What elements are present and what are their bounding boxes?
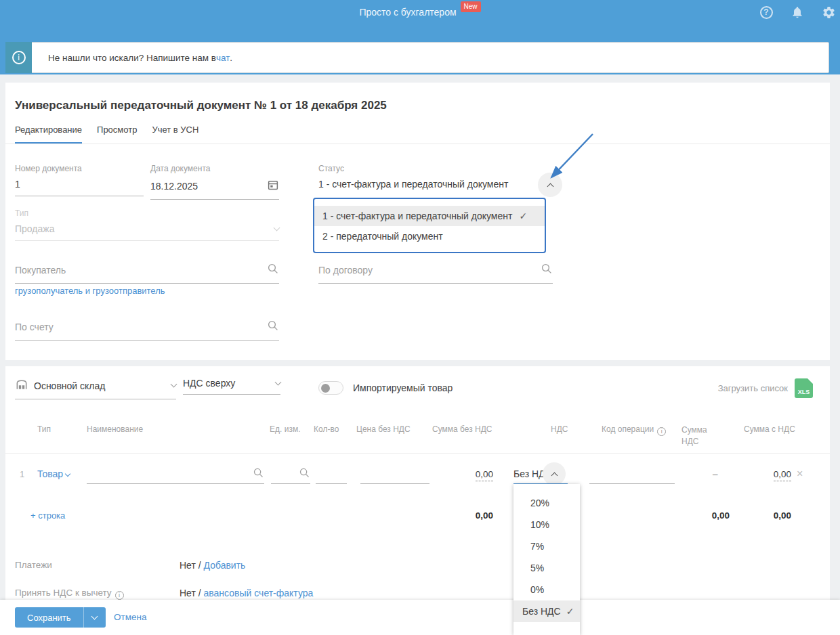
row-sum-no-vat[interactable]: 0,00 xyxy=(461,469,493,479)
name-input[interactable] xyxy=(87,464,264,484)
search-icon[interactable] xyxy=(541,263,553,277)
header-divider xyxy=(5,453,830,454)
info-icon[interactable]: i xyxy=(657,427,666,436)
vat-mode-value: НДС сверху xyxy=(183,378,270,389)
add-row-link[interactable]: + строка xyxy=(30,510,65,521)
buyer-placeholder[interactable]: Покупатель xyxy=(15,265,267,276)
type-value: Продажа xyxy=(15,223,274,234)
status-field[interactable]: Статус 1 - счет-фактура и передаточный д… xyxy=(318,164,551,196)
save-options-button[interactable] xyxy=(83,607,106,628)
invoice-field[interactable]: По счету xyxy=(15,320,279,341)
help-icon[interactable]: ? xyxy=(759,5,774,20)
delete-row-icon[interactable]: × xyxy=(797,468,803,479)
xls-file-icon[interactable]: XLS xyxy=(795,378,813,398)
document-number-field[interactable]: Номер документа 1 xyxy=(15,164,144,196)
row-index: 1 xyxy=(20,469,24,479)
search-icon[interactable] xyxy=(253,467,264,481)
col-header-opcode: Код операцииi xyxy=(602,424,666,436)
calendar-icon[interactable] xyxy=(267,179,279,193)
col-header-name: Наименование xyxy=(87,424,143,434)
items-card: Основной склад НДС сверху Импортируемый … xyxy=(5,366,830,635)
topbar-icons: ? xyxy=(759,5,836,20)
row-total[interactable]: 0,00 xyxy=(759,469,791,479)
vat-option-20[interactable]: 20% xyxy=(513,492,580,514)
payments-value: Нет / Добавить xyxy=(180,560,245,571)
col-header-qty: Кол-во xyxy=(314,424,339,434)
chevron-down-icon xyxy=(91,613,98,619)
col-header-type: Тип xyxy=(37,424,51,434)
vat-option-7[interactable]: 7% xyxy=(513,535,580,557)
status-collapse-button[interactable] xyxy=(538,173,562,197)
buyer-field[interactable]: Покупатель xyxy=(15,263,279,284)
col-header-unit: Ед. изм. xyxy=(270,424,300,434)
check-icon: ✓ xyxy=(566,606,574,617)
notifications-bell-icon[interactable] xyxy=(790,5,805,20)
search-icon[interactable] xyxy=(267,320,279,334)
check-icon: ✓ xyxy=(519,211,527,221)
info-banner-text: Не нашли что искали? Напишите нам в чат … xyxy=(32,43,828,72)
info-banner: i Не нашли что искали? Напишите нам в ча… xyxy=(5,42,829,73)
consignee-link[interactable]: грузополучатель и грузоотправитель xyxy=(15,286,165,296)
price-input[interactable] xyxy=(360,464,429,484)
save-split-button: Сохранить xyxy=(15,607,106,628)
type-field: Тип Продажа xyxy=(15,209,279,241)
search-icon[interactable] xyxy=(267,263,279,277)
vat-option-5[interactable]: 5% xyxy=(513,557,580,579)
chat-link[interactable]: чат xyxy=(216,53,230,63)
search-icon[interactable] xyxy=(299,467,310,481)
tab-preview[interactable]: Просмотр xyxy=(97,125,137,144)
payments-add-link[interactable]: Добавить xyxy=(204,560,246,571)
footer-bar: Сохранить Отмена xyxy=(0,600,840,635)
advance-invoice-link[interactable]: авансовый счет-фактура xyxy=(204,588,314,598)
type-label: Тип xyxy=(15,209,279,218)
warehouse-select[interactable]: Основной склад xyxy=(15,378,176,399)
document-date-value[interactable]: 18.12.2025 xyxy=(150,181,267,192)
chevron-down-icon xyxy=(65,471,70,477)
upload-list-button[interactable]: Загрузить список XLS xyxy=(718,378,813,398)
unit-input[interactable] xyxy=(271,464,310,484)
import-toggle[interactable] xyxy=(318,381,343,395)
page-title: Универсальный передаточный документ № 1 … xyxy=(15,99,387,112)
contract-placeholder[interactable]: По договору xyxy=(318,265,541,276)
tab-usn[interactable]: Учет в УСН xyxy=(152,125,198,144)
opcode-input[interactable] xyxy=(589,464,675,484)
row-type-select[interactable]: Товар xyxy=(37,468,70,479)
vat-deduct-value: Нет / авансовый счет-фактура xyxy=(180,588,313,598)
document-date-label: Дата документа xyxy=(150,164,279,173)
status-dropdown-menu: 1 - счет-фактура и передаточный документ… xyxy=(313,198,546,253)
contract-field[interactable]: По договору xyxy=(318,263,553,284)
col-header-total: Сумма с НДС xyxy=(744,424,795,434)
import-toggle-row: Импортируемый товар xyxy=(318,381,453,395)
qty-input[interactable] xyxy=(316,464,347,484)
tab-bar: Редактирование Просмотр Учет в УСН xyxy=(15,125,198,144)
vat-mode-select[interactable]: НДС сверху xyxy=(183,378,280,395)
invoice-placeholder[interactable]: По счету xyxy=(15,322,267,332)
col-header-sum: Сумма без НДС xyxy=(432,424,492,434)
banner-text-prefix: Не нашли что искали? Напишите нам в xyxy=(48,53,216,63)
cancel-link[interactable]: Отмена xyxy=(114,612,146,622)
tab-editing[interactable]: Редактирование xyxy=(15,125,82,144)
status-option-1[interactable]: 1 - счет-фактура и передаточный документ… xyxy=(314,206,545,226)
save-button[interactable]: Сохранить xyxy=(15,607,83,628)
status-label: Статус xyxy=(318,164,551,173)
app-root: Просто с бухгалтером New ? i Не нашли чт… xyxy=(0,0,840,635)
topbar: Просто с бухгалтером New ? xyxy=(0,0,840,24)
vat-option-10[interactable]: 10% xyxy=(513,514,580,535)
vat-option-none[interactable]: Без НДС ✓ xyxy=(513,600,580,622)
top-hero: Просто с бухгалтером New ? i Не нашли чт… xyxy=(0,0,840,74)
document-date-field[interactable]: Дата документа 18.12.2025 xyxy=(150,164,279,200)
status-value[interactable]: 1 - счет-фактура и передаточный документ xyxy=(318,179,551,190)
vat-collapse-button[interactable] xyxy=(543,462,566,485)
vat-deduct-label: Принять НДС к вычетуi xyxy=(15,588,124,600)
info-banner-aside: i xyxy=(5,42,32,73)
document-number-value[interactable]: 1 xyxy=(15,179,144,190)
row-vat-select[interactable]: Без НДС xyxy=(513,468,543,479)
payments-label: Платежи xyxy=(15,560,52,570)
info-icon[interactable]: i xyxy=(115,591,124,600)
status-option-2[interactable]: 2 - передаточный документ xyxy=(314,226,545,246)
settings-gear-icon[interactable] xyxy=(821,5,836,20)
vat-dropdown-menu: 20% 10% 7% 5% 0% Без НДС ✓ xyxy=(513,484,580,635)
chevron-down-icon xyxy=(274,224,280,231)
total-sum-no-vat: 0,00 xyxy=(461,510,493,521)
vat-option-0[interactable]: 0% xyxy=(513,579,580,600)
